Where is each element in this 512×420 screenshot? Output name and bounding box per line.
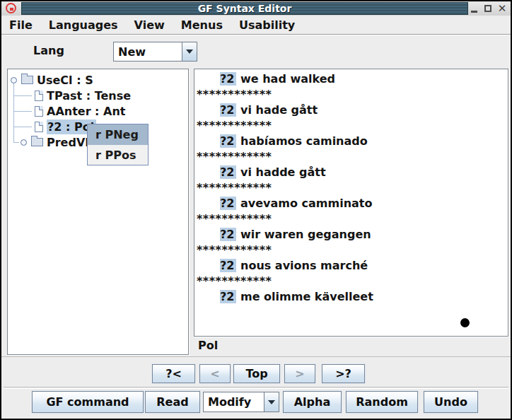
metavariable-token[interactable]: ?2 bbox=[220, 134, 236, 148]
language-separator: ************ bbox=[194, 211, 508, 227]
undo-button[interactable]: Undo bbox=[424, 391, 478, 413]
menubar: File Languages View Menus Usability bbox=[1, 16, 511, 35]
popup-item-ppos[interactable]: r PPos bbox=[88, 145, 148, 165]
document-icon bbox=[35, 122, 43, 132]
metavariable-token[interactable]: ?2 bbox=[220, 290, 236, 303]
lang-combobox[interactable]: New bbox=[113, 42, 197, 62]
menu-file[interactable]: File bbox=[9, 18, 33, 32]
prev-metavariable-button[interactable]: ?< bbox=[152, 364, 195, 383]
linearization-line-swedish: ?2 vi hade gått bbox=[194, 103, 508, 118]
chevron-down-icon bbox=[186, 49, 193, 54]
linearization-panel[interactable]: ?2 we had walked ************ ?2 vi hade… bbox=[194, 69, 508, 337]
gf-logo-icon bbox=[6, 3, 16, 13]
minimize-icon bbox=[471, 11, 477, 13]
content-divider bbox=[1, 356, 511, 358]
modify-combobox-arrow-button[interactable] bbox=[264, 392, 279, 412]
lang-label: Lang bbox=[33, 44, 64, 57]
gf-syntax-editor-window: GF Syntax Editor ✕ File Languages View M… bbox=[0, 0, 512, 420]
linearization-line-french: ?2 nous avions marché bbox=[194, 258, 508, 274]
tree-node-label[interactable]: AAnter : Ant bbox=[47, 105, 126, 118]
linearization-line-english: ?2 we had walked bbox=[194, 71, 508, 87]
focus-type-label: Pol bbox=[198, 339, 218, 352]
tree-connector-line bbox=[13, 127, 32, 127]
lang-combobox-value: New bbox=[114, 42, 182, 61]
modify-combobox[interactable]: Modify bbox=[203, 392, 279, 412]
syntax-tree-panel: UseCl : S TPast : Tense AAnter : Ant ?2 … bbox=[7, 69, 189, 355]
menu-menus[interactable]: Menus bbox=[181, 18, 223, 32]
metavariable-token[interactable]: ?2 bbox=[220, 72, 236, 86]
language-separator: ************ bbox=[194, 118, 508, 134]
document-icon bbox=[35, 106, 43, 117]
language-separator: ************ bbox=[194, 274, 508, 289]
tree-connector-line bbox=[13, 95, 32, 96]
folder-icon bbox=[31, 138, 43, 146]
next-node-button[interactable]: > bbox=[284, 364, 315, 383]
titlebar[interactable]: GF Syntax Editor bbox=[21, 2, 468, 15]
top-button[interactable]: Top bbox=[233, 364, 280, 383]
toolbar: Lang New Open Text Save As New Grammar bbox=[1, 35, 511, 66]
tree-node-label[interactable]: TPast : Tense bbox=[47, 89, 131, 103]
random-button[interactable]: Random bbox=[346, 391, 418, 413]
menu-view[interactable]: View bbox=[134, 18, 165, 32]
document-icon bbox=[35, 91, 43, 101]
tree-collapse-toggle-icon[interactable] bbox=[21, 139, 27, 146]
metavariable-token[interactable]: ?2 bbox=[220, 103, 236, 117]
tree-connector-line bbox=[13, 111, 32, 112]
maximize-button[interactable] bbox=[482, 3, 494, 14]
tree-node-usecl[interactable]: UseCl : S bbox=[11, 72, 93, 88]
language-separator: ************ bbox=[194, 243, 508, 258]
close-button[interactable]: ✕ bbox=[496, 3, 508, 14]
linearization-line-norwegian: ?2 vi hadde gått bbox=[194, 165, 508, 180]
linearization-line-german: ?2 wir waren gegangen bbox=[194, 227, 508, 243]
language-separator: ************ bbox=[194, 180, 508, 196]
modify-combobox-value: Modify bbox=[204, 392, 264, 412]
tree-connector-line bbox=[13, 142, 19, 143]
title-strip: GF Syntax Editor ✕ bbox=[1, 1, 511, 16]
linearization-line-spanish: ?2 habíamos caminado bbox=[194, 134, 508, 149]
language-separator: ************ bbox=[194, 87, 508, 103]
read-button[interactable]: Read bbox=[145, 391, 200, 413]
tree-expand-toggle-icon[interactable] bbox=[11, 77, 17, 83]
metavariable-token[interactable]: ?2 bbox=[220, 165, 236, 179]
lang-combobox-arrow-button[interactable] bbox=[182, 42, 197, 61]
language-separator: ************ bbox=[194, 149, 508, 165]
metavariable-token[interactable]: ?2 bbox=[220, 197, 236, 210]
minimize-button[interactable] bbox=[468, 3, 479, 14]
tree-node-label[interactable]: UseCl : S bbox=[37, 74, 93, 87]
linearization-line-italian: ?2 avevamo camminato bbox=[194, 196, 508, 211]
close-icon: ✕ bbox=[498, 4, 507, 13]
menu-languages[interactable]: Languages bbox=[49, 18, 118, 32]
popup-item-pneg[interactable]: r PNeg bbox=[88, 124, 148, 145]
alpha-button[interactable]: Alpha bbox=[283, 391, 342, 413]
refinement-popup-menu: r PNeg r PPos bbox=[87, 124, 149, 165]
gf-command-button[interactable]: GF command bbox=[32, 391, 144, 413]
window-title: GF Syntax Editor bbox=[198, 3, 292, 14]
folder-icon bbox=[21, 76, 33, 84]
prev-node-button[interactable]: < bbox=[199, 364, 231, 383]
linearization-line-finnish: ?2 me olimme kävelleet bbox=[194, 289, 508, 305]
tree-node-aanter[interactable]: AAnter : Ant bbox=[35, 103, 126, 119]
tree-node-tpast[interactable]: TPast : Tense bbox=[35, 88, 131, 103]
black-dot-marker bbox=[460, 318, 470, 327]
linearization-lines: ?2 we had walked ************ ?2 vi hade… bbox=[194, 69, 508, 305]
next-metavariable-button[interactable]: >? bbox=[322, 364, 365, 383]
metavariable-token[interactable]: ?2 bbox=[220, 228, 236, 241]
metavariable-token[interactable]: ?2 bbox=[220, 259, 236, 272]
bottom-divider bbox=[4, 387, 508, 388]
menu-usability[interactable]: Usability bbox=[239, 18, 295, 32]
maximize-icon bbox=[484, 5, 491, 12]
chevron-down-icon bbox=[268, 400, 275, 404]
